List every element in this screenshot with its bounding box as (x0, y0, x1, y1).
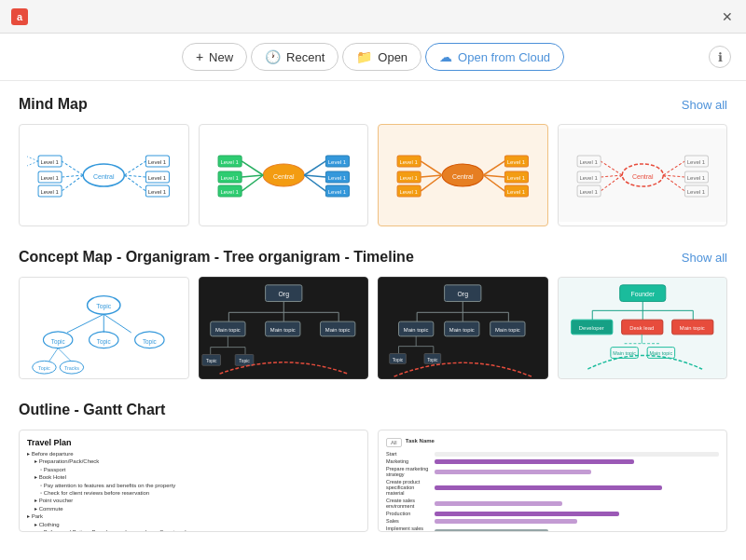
svg-text:Developer: Developer (578, 325, 603, 331)
plus-icon: + (196, 49, 203, 64)
svg-text:Level 1: Level 1 (399, 175, 418, 181)
gantt-grid: Travel Plan ▸ Before departure ▸ Prepara… (19, 430, 727, 532)
title-bar: a ✕ (0, 0, 746, 34)
svg-text:Main topic: Main topic (325, 327, 350, 333)
recent-label: Recent (286, 50, 325, 64)
mind-map-title: Mind Map (19, 96, 88, 113)
info-icon: ℹ (718, 50, 723, 64)
svg-text:Org: Org (458, 291, 469, 298)
svg-text:Central: Central (631, 173, 653, 180)
svg-text:a: a (17, 11, 23, 22)
svg-text:Level 1: Level 1 (327, 159, 346, 165)
svg-text:Level 1: Level 1 (686, 175, 705, 181)
svg-text:Level 1: Level 1 (686, 159, 705, 165)
svg-text:Topic: Topic (205, 359, 216, 363)
svg-text:Main topic: Main topic (214, 327, 240, 333)
open-label: Open (378, 50, 408, 64)
concept-map-title: Concept Map - Organigram - Tree organigr… (19, 249, 414, 266)
svg-text:Level 1: Level 1 (40, 159, 59, 165)
svg-text:Topic: Topic (239, 359, 250, 363)
svg-text:Level 1: Level 1 (507, 159, 526, 165)
svg-text:Topic: Topic (96, 303, 112, 310)
app-icon: a (11, 8, 28, 25)
svg-text:Level 1: Level 1 (148, 159, 167, 165)
mind-map-section: Mind Map Show all Central Level 1 Level … (19, 96, 727, 226)
svg-text:Topic: Topic (51, 338, 66, 346)
mind-map-card-2[interactable]: Central Level 1 Level 1 Level 1 Level 1 (199, 124, 369, 226)
concept-card-1[interactable]: Topic Topic Topic Topic Topi (19, 277, 189, 379)
svg-text:Topic: Topic (143, 338, 158, 346)
mind-map-grid: Central Level 1 Level 1 Level 1 Level 1 (19, 124, 727, 226)
svg-text:Level 1: Level 1 (507, 189, 526, 195)
close-button[interactable]: ✕ (720, 9, 735, 24)
clock-icon: 🕐 (265, 49, 281, 64)
svg-text:Main topic: Main topic (495, 327, 520, 333)
svg-text:Level 1: Level 1 (220, 189, 239, 195)
svg-text:Topic: Topic (38, 365, 50, 371)
mind-map-card-3[interactable]: Central Level 1 Level 1 Level 1 Level 1 (378, 124, 548, 226)
svg-text:Level 1: Level 1 (579, 175, 598, 181)
new-label: New (209, 50, 233, 64)
concept-map-show-all[interactable]: Show all (682, 251, 727, 265)
main-content: Mind Map Show all Central Level 1 Level … (0, 81, 746, 554)
toolbar: + New 🕐 Recent 📁 Open ☁ Open from Cloud … (0, 34, 746, 81)
svg-text:Level 1: Level 1 (579, 189, 598, 195)
svg-text:Main topic: Main topic (613, 350, 636, 356)
svg-text:Main topic: Main topic (649, 350, 672, 356)
travel-plan-content: ▸ Before departure ▸ Preparation/Pack/Ch… (27, 450, 360, 532)
svg-text:Org: Org (278, 291, 289, 298)
mind-map-show-all[interactable]: Show all (682, 98, 727, 112)
svg-text:Level 1: Level 1 (40, 189, 59, 195)
svg-text:Level 1: Level 1 (579, 159, 598, 165)
concept-map-grid: Topic Topic Topic Topic Topi (19, 277, 727, 379)
mind-map-card-4[interactable]: Central Level 1 Level 1 Level 1 Level 1 (558, 124, 728, 226)
open-cloud-label: Open from Cloud (458, 50, 550, 64)
svg-text:Main topic: Main topic (449, 327, 475, 333)
concept-map-section: Concept Map - Organigram - Tree organigr… (19, 249, 727, 379)
outline-gantt-title: Outline - Gantt Chart (19, 402, 165, 418)
svg-text:Level 1: Level 1 (148, 189, 167, 195)
mind-map-header: Mind Map Show all (19, 96, 727, 113)
info-button[interactable]: ℹ (709, 46, 731, 68)
concept-card-4[interactable]: Founder Developer Desk lead Main topic (558, 277, 728, 379)
travel-plan-title: Travel Plan (27, 438, 360, 447)
concept-card-2[interactable]: Org Main topic Main topic Main topic (199, 277, 369, 379)
svg-text:Central: Central (452, 173, 474, 180)
title-bar-left: a (11, 8, 28, 25)
outline-gantt-section: Outline - Gantt Chart Travel Plan ▸ Befo… (19, 402, 727, 532)
svg-text:Main topic: Main topic (679, 325, 704, 331)
gantt-card-1[interactable]: Travel Plan ▸ Before departure ▸ Prepara… (19, 430, 368, 532)
svg-text:Level 1: Level 1 (220, 175, 239, 181)
concept-card-3[interactable]: Org Main topic Main topic Main topic (378, 277, 548, 379)
open-cloud-button[interactable]: ☁ Open from Cloud (425, 43, 564, 71)
svg-text:Topic: Topic (393, 358, 404, 362)
svg-text:Level 1: Level 1 (686, 189, 705, 195)
svg-text:Level 1: Level 1 (148, 175, 167, 181)
svg-text:Topic: Topic (97, 338, 112, 346)
svg-text:Tracks: Tracks (64, 365, 79, 371)
recent-button[interactable]: 🕐 Recent (251, 43, 338, 71)
svg-text:Central: Central (93, 173, 115, 180)
gantt-card-2[interactable]: All Task Name Start Marketing Prepare ma… (378, 430, 727, 532)
svg-text:Level 1: Level 1 (327, 175, 346, 181)
svg-text:Level 1: Level 1 (507, 175, 526, 181)
outline-gantt-header: Outline - Gantt Chart (19, 402, 727, 418)
svg-text:Level 1: Level 1 (327, 189, 346, 195)
mind-map-card-1[interactable]: Central Level 1 Level 1 Level 1 Level 1 (19, 124, 189, 226)
open-button[interactable]: 📁 Open (342, 43, 421, 71)
svg-text:Desk lead: Desk lead (629, 325, 654, 331)
svg-text:Level 1: Level 1 (220, 159, 239, 165)
concept-map-header: Concept Map - Organigram - Tree organigr… (19, 249, 727, 266)
svg-text:Central: Central (272, 173, 294, 180)
svg-text:Level 1: Level 1 (399, 189, 418, 195)
svg-text:Main topic: Main topic (269, 327, 295, 333)
svg-text:Founder: Founder (630, 291, 655, 297)
svg-text:Topic: Topic (427, 358, 438, 362)
svg-text:Level 1: Level 1 (399, 159, 418, 165)
cloud-icon: ☁ (439, 49, 452, 64)
svg-text:Main topic: Main topic (404, 327, 429, 333)
new-button[interactable]: + New (182, 43, 247, 71)
svg-text:Level 1: Level 1 (40, 175, 59, 181)
folder-icon: 📁 (356, 49, 372, 64)
